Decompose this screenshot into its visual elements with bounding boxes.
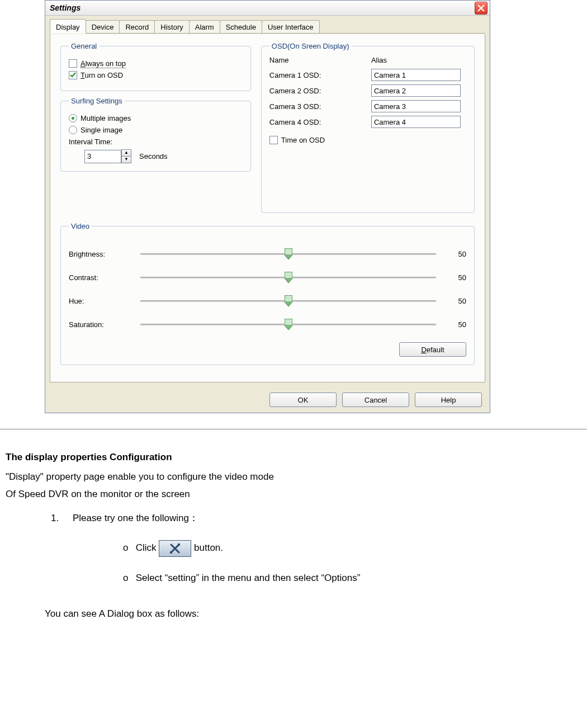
settings-dialog: Settings Display Device Record History A… xyxy=(45,0,490,413)
osd-row-name: Camera 1 OSD: xyxy=(269,71,364,79)
dialog-button-row: OK Cancel Help xyxy=(45,387,490,413)
slider-contrast[interactable] xyxy=(140,272,436,283)
cancel-button[interactable]: Cancel xyxy=(342,393,409,407)
settings-toolbar-icon xyxy=(159,540,191,557)
window-title: Settings xyxy=(50,3,475,12)
osd-row-alias-input[interactable] xyxy=(371,69,461,81)
spin-up[interactable]: ▲ xyxy=(121,149,131,156)
osd-row-name: Camera 4 OSD: xyxy=(269,118,364,126)
label-multiple-images: Multiple images xyxy=(81,114,131,122)
radio-single-image[interactable] xyxy=(69,126,77,134)
slider-thumb-icon xyxy=(285,295,292,306)
svg-rect-3 xyxy=(285,319,292,325)
ok-button[interactable]: OK xyxy=(269,393,337,407)
slider-thumb-icon xyxy=(285,248,292,259)
doc-p1: "Display" property page enable you to co… xyxy=(6,469,581,485)
slider-saturation[interactable] xyxy=(140,319,436,330)
doc-substep-b: o Select “setting” in the menu and then … xyxy=(123,570,581,587)
input-interval-time[interactable] xyxy=(84,150,121,163)
slider-brightness[interactable] xyxy=(140,248,436,259)
spin-down[interactable]: ▼ xyxy=(121,156,131,163)
default-button[interactable]: Default xyxy=(399,342,466,357)
tab-panel-display: General Always on top xyxy=(50,34,485,382)
svg-point-5 xyxy=(170,551,172,553)
label-interval-time: Interval Time: xyxy=(69,138,243,146)
osd-row-alias-input[interactable] xyxy=(371,116,461,128)
tab-alarm[interactable]: Alarm xyxy=(189,20,220,34)
doc-step-1: Please try one the following： o Click bu… xyxy=(61,510,581,587)
section-divider xyxy=(0,429,587,429)
close-icon xyxy=(477,4,485,12)
doc-p2: Of Speed DVR on the monitor or the scree… xyxy=(6,486,581,503)
titlebar: Settings xyxy=(45,1,490,16)
help-button[interactable]: Help xyxy=(415,393,482,407)
group-osd: OSD(On Sreen Display) Name Alias Camera … xyxy=(261,42,475,213)
slider-label-saturation: Saturation: xyxy=(69,320,130,329)
group-surfing: Surfing Settings Multiple images Single … xyxy=(60,97,251,172)
doc-substep-a: o Click button. xyxy=(123,540,581,557)
svg-rect-0 xyxy=(285,249,292,254)
label-seconds: Seconds xyxy=(139,152,168,160)
svg-rect-2 xyxy=(285,296,292,301)
checkbox-time-on-osd[interactable] xyxy=(269,136,278,144)
tabstrip: Display Device Record History Alarm Sche… xyxy=(45,16,490,34)
slider-value-brightness: 50 xyxy=(446,250,466,258)
osd-name-header: Name xyxy=(269,56,364,64)
slider-label-hue: Hue: xyxy=(69,297,130,305)
svg-point-4 xyxy=(178,543,180,545)
slider-thumb-icon xyxy=(285,319,292,330)
slider-value-saturation: 50 xyxy=(446,320,466,329)
close-button[interactable] xyxy=(475,2,487,15)
label-time-on-osd: Time on OSD xyxy=(281,136,325,144)
slider-thumb-icon xyxy=(285,272,292,283)
label-single-image: Single image xyxy=(81,126,122,134)
document-text: The display properties Configuration "Di… xyxy=(0,450,587,586)
tab-history[interactable]: History xyxy=(154,20,189,34)
checkbox-turn-on-osd[interactable] xyxy=(69,71,77,79)
group-osd-legend: OSD(On Sreen Display) xyxy=(269,42,352,50)
group-video-legend: Video xyxy=(69,222,92,230)
label-always-on-top-rest: lways on top xyxy=(86,59,126,68)
slider-hue[interactable] xyxy=(140,295,436,306)
osd-row-name: Camera 2 OSD: xyxy=(269,87,364,95)
group-video: Video Brightness: 50 Contrast: xyxy=(60,222,475,365)
tab-schedule[interactable]: Schedule xyxy=(220,20,262,34)
tab-display[interactable]: Display xyxy=(50,19,86,34)
osd-row-alias-input[interactable] xyxy=(371,84,461,97)
doc-heading: The display properties Configuration xyxy=(6,450,581,466)
osd-row-alias-input[interactable] xyxy=(371,100,461,112)
doc-footer: You can see A Dialog box as follows: xyxy=(0,608,587,620)
slider-value-contrast: 50 xyxy=(446,273,466,282)
tab-record[interactable]: Record xyxy=(119,20,155,34)
osd-alias-header: Alias xyxy=(371,56,466,64)
slider-value-hue: 50 xyxy=(446,297,466,305)
checkbox-always-on-top[interactable] xyxy=(69,59,77,68)
osd-row-name: Camera 3 OSD: xyxy=(269,102,364,111)
svg-rect-1 xyxy=(285,272,292,278)
tab-user-interface[interactable]: User Interface xyxy=(262,20,320,34)
tab-device[interactable]: Device xyxy=(86,20,120,34)
label-turn-on-osd-rest: urn on OSD xyxy=(84,71,123,79)
group-general: General Always on top xyxy=(60,42,251,91)
radio-multiple-images[interactable] xyxy=(69,114,77,122)
slider-label-brightness: Brightness: xyxy=(69,250,130,258)
group-general-legend: General xyxy=(69,42,99,50)
slider-label-contrast: Contrast: xyxy=(69,273,130,282)
group-surfing-legend: Surfing Settings xyxy=(69,97,125,105)
